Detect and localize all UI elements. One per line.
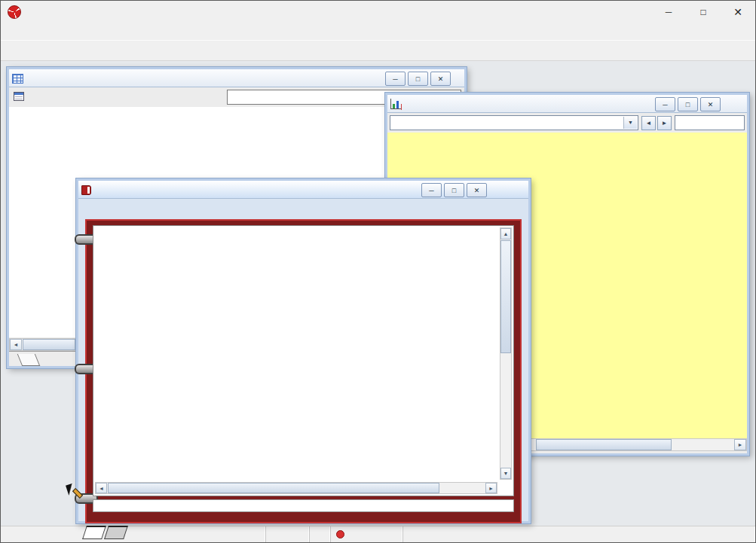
notebook-window-titlebar[interactable]: ─ □ ✕: [78, 181, 528, 199]
main-titlebar[interactable]: ─ □ ✕: [1, 1, 755, 24]
notebook-window-buttons: ─ □ ✕: [419, 183, 487, 197]
simstat-window: ─ □ ✕ ─ □ ✕ ◄: [0, 0, 756, 543]
chart-minimize-button[interactable]: ─: [655, 97, 675, 111]
next-chart-button[interactable]: ►: [657, 116, 672, 130]
status-filler-panel: [403, 526, 755, 542]
notebook-window[interactable]: ─ □ ✕ ▲ ▼ ◄: [76, 178, 531, 523]
scroll-down-icon[interactable]: ▼: [500, 468, 511, 479]
chart-page-indicator: [675, 115, 745, 130]
notebook-minimize-button[interactable]: ─: [421, 183, 442, 197]
analysis-output-text[interactable]: [100, 231, 495, 479]
app-logo-icon: [8, 5, 21, 19]
data-minimize-button[interactable]: ─: [385, 72, 406, 86]
page-indicator: [93, 499, 514, 512]
prev-chart-button[interactable]: ◄: [641, 116, 656, 130]
status-y-panel: [310, 526, 331, 542]
maximize-button[interactable]: □: [686, 1, 721, 23]
scroll-thumb[interactable]: [536, 439, 672, 450]
combo-dropdown-icon[interactable]: ▼: [623, 117, 637, 129]
edit-cursor-icon: [67, 484, 82, 501]
window-controls: ─ □ ✕: [651, 1, 755, 23]
equation-combo[interactable]: ▼: [390, 115, 638, 130]
notebook-maximize-button[interactable]: □: [444, 183, 464, 197]
scroll-right-icon[interactable]: ►: [485, 483, 497, 493]
menubar: [1, 23, 755, 40]
data-window-buttons: ─ □ ✕: [383, 72, 451, 86]
scroll-thumb[interactable]: [23, 339, 75, 350]
chart-tool-row: ▼ ◄ ►: [387, 113, 747, 133]
scroll-thumb[interactable]: [108, 483, 439, 493]
grid-options-icon[interactable]: [14, 92, 24, 101]
notebook-page: ▲ ▼ ◄ ►: [93, 225, 514, 496]
record-indicator-icon: [336, 530, 344, 538]
minimize-button[interactable]: ─: [651, 1, 686, 23]
scroll-left-icon[interactable]: ◄: [96, 483, 107, 493]
scroll-thumb[interactable]: [500, 240, 511, 353]
notebook-horizontal-scrollbar[interactable]: ◄ ►: [95, 482, 497, 494]
notebook-vertical-scrollbar[interactable]: ▲ ▼: [500, 227, 512, 480]
tab-index[interactable]: [104, 526, 128, 539]
chart-window-buttons: ─ □ ✕: [653, 97, 721, 111]
scroll-right-icon[interactable]: ►: [734, 439, 746, 450]
data-grid-icon: [12, 74, 23, 84]
notebook-body: ▲ ▼ ◄ ►: [78, 199, 528, 521]
tab-analyses[interactable]: [82, 526, 106, 539]
notebook-frame: ▲ ▼ ◄ ►: [85, 219, 522, 523]
status-x-panel: [266, 526, 310, 542]
sheet-tab-all[interactable]: [17, 354, 40, 366]
scroll-up-icon[interactable]: ▲: [500, 228, 511, 239]
close-button[interactable]: ✕: [721, 1, 755, 23]
data-window-titlebar[interactable]: ─ □ ✕: [9, 69, 464, 87]
data-maximize-button[interactable]: □: [408, 72, 428, 86]
notebook-close-button[interactable]: ✕: [467, 183, 487, 197]
chart-close-button[interactable]: ✕: [700, 97, 721, 111]
data-close-button[interactable]: ✕: [430, 72, 451, 86]
notebook-icon: [81, 185, 91, 195]
notebook-tabs: [84, 526, 128, 539]
status-record-panel: [331, 526, 403, 542]
status-file-panel: [1, 526, 266, 542]
main-toolbar: [1, 40, 755, 61]
chart-icon: [390, 99, 401, 109]
chart-maximize-button[interactable]: □: [678, 97, 698, 111]
chart-window-titlebar[interactable]: ─ □ ✕: [387, 95, 747, 113]
scroll-left-icon[interactable]: ◄: [10, 339, 22, 350]
